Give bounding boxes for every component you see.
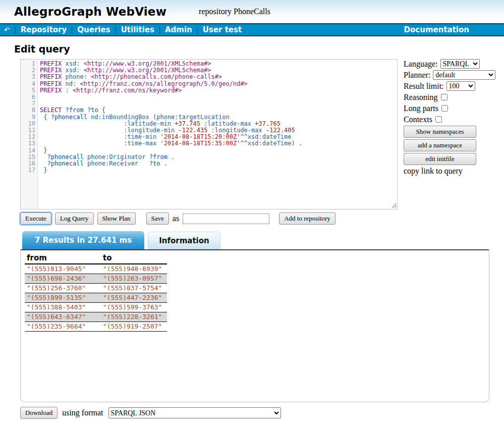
code-token: :longitude-min	[124, 127, 175, 134]
code-token: PREFIX	[40, 87, 62, 94]
nav-item-repository[interactable]: Repository	[21, 25, 67, 34]
edit-initfile-button[interactable]: edit initfile	[404, 153, 476, 165]
table-cell: "(555)813-9045"	[25, 264, 101, 274]
show-plan-button[interactable]: Show Plan	[97, 212, 136, 225]
save-name-input[interactable]	[183, 213, 269, 224]
save-button[interactable]: Save	[146, 212, 169, 225]
tab-7-results-in-27-641-ms[interactable]: 7 Results in 27.641 ms	[22, 231, 144, 249]
code-token: :time-max	[124, 140, 156, 147]
code-line: ?phonecall phone:Receiver ?to .	[40, 161, 397, 167]
code-token: {	[98, 106, 105, 114]
long-parts-checkbox[interactable]	[441, 105, 448, 112]
code-token	[80, 67, 84, 74]
code-token: ^^	[240, 140, 247, 147]
code-token: }	[40, 147, 47, 154]
editor-row: 1234567891011121314151617 PREFIX xsd: <h…	[20, 59, 504, 209]
page-title: Edit query	[14, 43, 504, 55]
nav-item-user-test[interactable]: User test	[203, 25, 242, 34]
editor-code[interactable]: PREFIX xsd: <http://www.w3.org/2001/XMLS…	[38, 60, 397, 209]
code-line: :time-max '2014-08-18T15:35:00Z'^^xsd:da…	[40, 140, 397, 147]
code-token: <http://franz.com/ns/allegrograph/5.0/ge…	[80, 80, 248, 87]
nav-separator: |	[196, 25, 199, 34]
table-cell: "(555)263-0957"	[101, 274, 167, 284]
editor-gutter: 1234567891011121314151617	[21, 60, 38, 209]
code-token	[40, 153, 47, 161]
planner-select[interactable]: default	[433, 70, 495, 80]
code-token: :latitude-min	[124, 120, 171, 127]
line-number: 14	[21, 147, 35, 154]
as-label: as	[173, 214, 179, 223]
result-limit-select[interactable]: 100	[446, 81, 475, 91]
using-format-label: using format	[62, 408, 103, 417]
table-row: "(555)235-9664""(555)919-2507"	[25, 322, 167, 332]
download-bar: Download using format SPARQL JSON	[20, 407, 504, 419]
checkbox-row-long-parts: Long parts	[404, 103, 502, 113]
nav-separator: |	[115, 25, 117, 34]
table-row: "(555)813-9045""(555)948-6939"	[25, 264, 167, 274]
code-token: PREFIX	[40, 80, 62, 87]
table-cell: "(555)256-3760"	[25, 284, 101, 293]
contexts-checkbox[interactable]	[435, 116, 442, 123]
nav-item-utilities[interactable]: Utilities	[121, 25, 154, 34]
query-options-sidebar: Language: SPARQL Planner: default Result…	[404, 59, 502, 209]
code-line	[40, 94, 397, 100]
code-token	[40, 120, 124, 127]
nav-item-admin[interactable]: Admin	[165, 25, 192, 34]
long-parts-label: Long parts	[404, 104, 438, 113]
nav-separator: |	[14, 25, 17, 34]
language-select[interactable]: SPARQL	[440, 59, 480, 69]
reasoning-checkbox[interactable]	[441, 94, 447, 100]
namespace-buttons: Show namespacesadd a namespaceedit initf…	[404, 126, 502, 165]
code-token	[84, 106, 87, 114]
query-editor[interactable]: 1234567891011121314151617 PREFIX xsd: <h…	[20, 59, 398, 209]
copy-link-to-query[interactable]: copy link to query	[404, 167, 502, 176]
log-query-button[interactable]: Log Query	[55, 212, 94, 225]
code-token: :time-min	[124, 133, 156, 140]
format-select[interactable]: SPARQL JSON	[108, 407, 281, 418]
code-token: -122.405	[266, 127, 295, 134]
code-token: xsd:	[66, 60, 80, 67]
nav-bar: ↶ |Repository|Queries|Utilities|Admin|Us…	[0, 23, 504, 36]
results-table: fromto "(555)813-9045""(555)948-6939""(5…	[25, 253, 167, 332]
code-token: :longitude-max	[211, 127, 262, 134]
code-token: .	[167, 153, 175, 161]
nav-item-documentation[interactable]: Documentation	[404, 25, 469, 34]
code-token	[138, 160, 149, 167]
table-cell: "(555)599-3763"	[101, 303, 167, 312]
table-cell: "(555)447-2236"	[101, 293, 167, 303]
code-token: phone:Originator	[87, 153, 146, 161]
code-token: PREFIX	[40, 60, 62, 67]
add-a-namespace-button[interactable]: add a namespace	[404, 139, 476, 151]
code-token	[40, 160, 47, 167]
line-number: 9	[21, 114, 35, 121]
table-cell: "(555)919-2507"	[101, 322, 167, 332]
column-header-from: from	[25, 253, 101, 264]
execute-button[interactable]: Execute	[20, 212, 51, 225]
table-cell: "(555)228-3261"	[101, 312, 167, 322]
back-icon[interactable]: ↶	[4, 26, 10, 33]
option-checkboxes: ReasoningLong partsContexts	[404, 92, 502, 124]
table-row: "(555)899-5135""(555)447-2236"	[25, 293, 167, 303]
code-token	[62, 67, 65, 74]
results-header-row: fromto	[25, 253, 167, 264]
code-token: xsd:	[66, 67, 80, 74]
app-header: AllegroGraph WebView repositoryPhoneCall…	[0, 0, 504, 23]
code-token: <http://www.w3.org/2001/XMLSchema#>	[84, 60, 211, 67]
code-token: SELECT	[40, 106, 62, 114]
code-token	[62, 106, 65, 114]
code-token: {	[40, 114, 51, 121]
code-token: -122.435	[179, 127, 208, 134]
tab-information[interactable]: Information	[148, 232, 220, 249]
resize-handle-icon[interactable]	[390, 202, 397, 208]
language-label: Language:	[404, 60, 438, 69]
add-to-repository-button[interactable]: Add to repository	[279, 212, 335, 225]
code-token: nd:inBoundingBox	[91, 114, 149, 121]
code-token	[62, 73, 65, 80]
code-token: ) .	[292, 140, 303, 147]
download-button[interactable]: Download	[20, 407, 58, 419]
code-token: ^^	[240, 133, 247, 140]
show-namespaces-button[interactable]: Show namespaces	[404, 126, 476, 138]
nav-item-queries[interactable]: Queries	[77, 25, 110, 34]
nav-separator: |	[158, 25, 161, 34]
table-cell: "(555)899-5135"	[25, 293, 101, 303]
